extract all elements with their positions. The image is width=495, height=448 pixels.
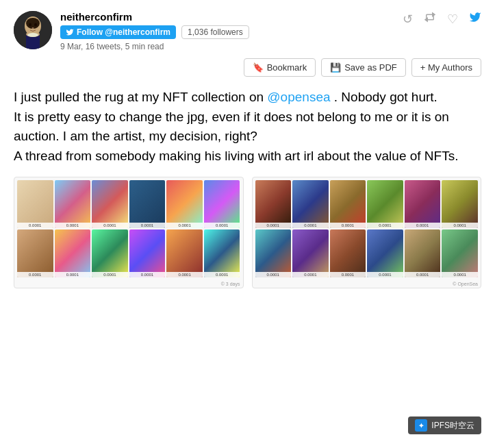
list-item: 0.0001: [129, 180, 166, 228]
follow-label: Follow @neitherconfirm: [77, 27, 170, 37]
avatar: [14, 11, 52, 49]
bookmark-button[interactable]: 🔖 Bookmark: [244, 58, 316, 77]
twitter-icon: [66, 28, 74, 36]
list-item: 0.0001: [17, 229, 53, 277]
text-line-1: I just pulled the rug at my NFT collecti…: [14, 90, 267, 104]
list-item: 0.0001: [255, 180, 292, 228]
bookmark-icon: 🔖: [253, 62, 264, 73]
svg-point-5: [32, 27, 34, 29]
text-line-1-end: . Nobody got hurt.: [331, 90, 437, 104]
list-item: 0.0001: [367, 180, 403, 228]
bookmark-label: Bookmark: [267, 62, 307, 73]
list-item: 0.0001: [166, 229, 203, 277]
nft-art-grid: 0.0001 0.0001 0.0001 0.0001 0.0001 0.000…: [14, 177, 243, 280]
save-pdf-icon: 💾: [330, 62, 341, 73]
images-row: 0.0001 0.0001 0.0001 0.0001 0.0001 0.000…: [14, 177, 481, 288]
my-authors-button[interactable]: + My Authors: [411, 58, 481, 77]
list-item: 0.0001: [330, 180, 366, 228]
list-item: 0.0001: [442, 180, 478, 228]
svg-point-4: [34, 23, 37, 27]
svg-point-8: [27, 33, 38, 37]
paragraph-3: A thread from somebody making his living…: [14, 147, 481, 166]
svg-point-2: [26, 18, 40, 29]
save-pdf-label: Save as PDF: [344, 62, 397, 73]
meta-info: 9 Mar, 16 tweets, 5 min read: [60, 42, 403, 51]
follow-button[interactable]: Follow @neitherconfirm: [60, 25, 176, 39]
reply-icon[interactable]: ↺: [403, 12, 413, 27]
followers-badge: 1,036 followers: [181, 25, 249, 39]
list-item: 0.0001: [442, 229, 478, 277]
list-item: 0.0001: [405, 229, 441, 277]
retweet-icon[interactable]: [424, 11, 436, 27]
rug-grid-footer: © OpenSea: [253, 280, 481, 288]
list-item: 0.0001: [204, 229, 240, 277]
list-item: 0.0001: [17, 180, 53, 228]
toolbar: 🔖 Bookmark 💾 Save as PDF + My Authors: [14, 58, 481, 77]
svg-point-3: [29, 23, 31, 27]
list-item: 0.0001: [204, 180, 240, 228]
top-actions: ↺ ♡: [403, 11, 481, 27]
list-item: 0.0001: [129, 229, 166, 277]
list-item: 0.0001: [166, 180, 203, 228]
twitter-bird-icon[interactable]: [469, 11, 481, 27]
save-pdf-button[interactable]: 💾 Save as PDF: [321, 58, 406, 77]
rug-art-grid: 0.0001 0.0001 0.0001 0.0001 0.0001 0.000…: [253, 177, 481, 280]
watermark-logo: ✦: [415, 419, 427, 432]
like-icon[interactable]: ♡: [447, 12, 458, 27]
rug-art-block: 0.0001 0.0001 0.0001 0.0001 0.0001 0.000…: [252, 177, 482, 288]
list-item: 0.0001: [92, 180, 128, 228]
list-item: 0.0001: [367, 229, 403, 277]
list-item: 0.0001: [55, 180, 91, 228]
nft-art-block: 0.0001 0.0001 0.0001 0.0001 0.0001 0.000…: [14, 177, 244, 288]
username: neitherconfirm: [60, 11, 403, 23]
paragraph-1: I just pulled the rug at my NFT collecti…: [14, 88, 481, 108]
list-item: 0.0001: [292, 229, 329, 277]
opensea-mention[interactable]: @opensea: [267, 90, 330, 104]
watermark: ✦ IPFS时空云: [408, 416, 481, 434]
my-authors-label: + My Authors: [420, 62, 472, 73]
list-item: 0.0001: [292, 180, 329, 228]
list-item: 0.0001: [330, 229, 366, 277]
paragraph-2: It is pretty easy to change the jpg, eve…: [14, 108, 481, 147]
nft-grid-footer: © 3 days: [14, 280, 243, 288]
watermark-text: IPFS时空云: [431, 420, 474, 432]
user-info: neitherconfirm Follow @neitherconfirm 1,…: [60, 11, 403, 51]
main-content: I just pulled the rug at my NFT collecti…: [14, 88, 481, 166]
list-item: 0.0001: [92, 229, 128, 277]
list-item: 0.0001: [255, 229, 292, 277]
list-item: 0.0001: [405, 180, 441, 228]
list-item: 0.0001: [55, 229, 91, 277]
